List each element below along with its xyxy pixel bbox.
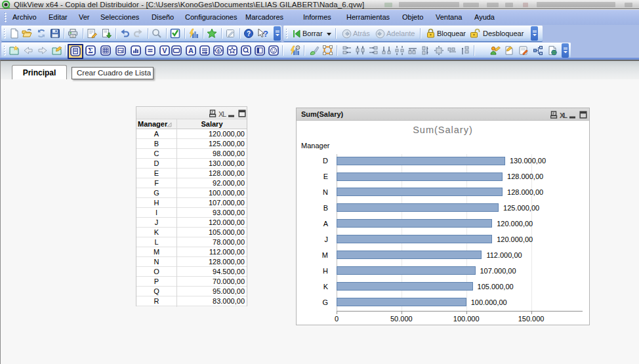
svg-text:?: ? bbox=[263, 29, 268, 39]
svg-text:A: A bbox=[188, 47, 194, 54]
svg-text:XL: XL bbox=[218, 110, 226, 118]
svg-text:Σ: Σ bbox=[88, 47, 93, 54]
svg-text:?: ? bbox=[247, 30, 251, 37]
svg-text:V: V bbox=[162, 47, 167, 54]
svg-text:XL: XL bbox=[560, 111, 567, 119]
svg-text:6: 6 bbox=[217, 49, 220, 53]
